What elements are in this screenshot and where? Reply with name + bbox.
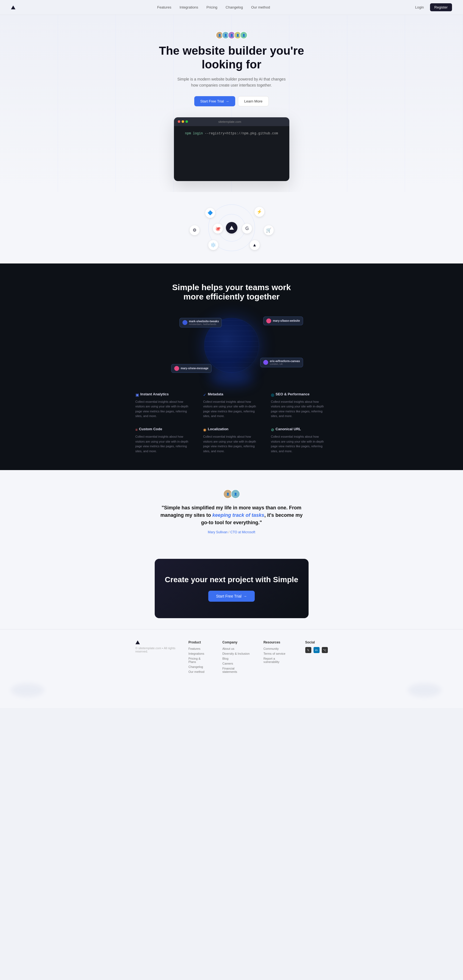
feature-localization-icon: ◉ Localization xyxy=(203,427,260,433)
bubble-loc-1: Amsterdam, Netherlands xyxy=(189,323,219,326)
footer-col-company: Company About us Diversity & Inclusion B… xyxy=(222,640,250,675)
int-icon-2: ⚡ xyxy=(255,207,264,217)
cta-box: Create your next project with Simple Sta… xyxy=(155,559,309,618)
dark-section: Simple helps your teams work more effici… xyxy=(0,264,463,470)
feature-code: ≡ Custom Code Collect essential insights… xyxy=(135,427,193,453)
register-button[interactable]: Register xyxy=(430,3,452,11)
footer-col-resources: Resources Community Terms of service Rep… xyxy=(264,640,291,675)
footer-link-diversity[interactable]: Diversity & Inclusion xyxy=(222,652,250,655)
footer-col-company-title: Company xyxy=(222,640,250,644)
cta-button[interactable]: Start Free Trial xyxy=(208,591,255,602)
nav-link-integrations[interactable]: Integrations xyxy=(180,5,198,10)
footer-link-method[interactable]: Our method xyxy=(188,670,209,673)
logo[interactable] xyxy=(11,5,15,10)
nav-link-features[interactable]: Features xyxy=(157,5,171,10)
linkedin-icon[interactable]: in xyxy=(313,647,320,653)
feature-seo: ◎ SEO & Performance Collect essential in… xyxy=(271,392,328,419)
footer-link-pricing[interactable]: Pricing & Plans xyxy=(188,657,209,663)
blob-right xyxy=(408,683,441,697)
integrations-section: 🔷 ⚡ ⚙ 🐙 G 🛒 ❄️ ▲ xyxy=(0,192,463,264)
bubble-name-2: mary-s/base-website xyxy=(273,319,300,322)
bubble-name-1: mark-s/website-tweaks xyxy=(189,320,219,323)
feature-canonical-title: Canonical URL xyxy=(275,427,301,431)
footer-copyright: © sitetemplate.com • All rights reserved… xyxy=(135,646,188,653)
user-bubble-4: eric-w/freeform-canvas London, UK xyxy=(260,358,303,368)
bubble-loc-4: London, UK xyxy=(270,363,300,365)
footer-cols: Product Features Integrations Pricing & … xyxy=(188,640,328,675)
terminal-url: sitetemplate.com xyxy=(218,120,241,123)
footer-link-features[interactable]: Features xyxy=(188,647,209,650)
footer-link-vulnerability[interactable]: Report a vulnerability xyxy=(264,657,291,663)
terminal-body: npm login --registry=https://npm.pkg.git… xyxy=(174,126,290,181)
feature-code-title: Custom Code xyxy=(139,427,162,431)
user-bubble-1: mark-s/website-tweaks Amsterdam, Netherl… xyxy=(180,318,222,328)
login-button[interactable]: Login xyxy=(412,3,427,11)
feature-localization-desc: Collect essential insights about how vis… xyxy=(203,434,260,453)
footer-col-social-title: Social xyxy=(305,640,328,644)
start-trial-button[interactable]: Start Free Trial xyxy=(194,96,235,106)
dark-heading: Simple helps your teams work more effici… xyxy=(163,283,300,301)
nav-link-method[interactable]: Our method xyxy=(251,5,270,10)
center-icon xyxy=(226,222,237,234)
footer-link-integrations[interactable]: Integrations xyxy=(188,652,209,655)
bubble-name-3: mary-s/new-message xyxy=(181,367,208,370)
feature-metadata: ✓ Metadata Collect essential insights ab… xyxy=(203,392,260,419)
feature-canonical-desc: Collect essential insights about how vis… xyxy=(271,434,328,453)
feature-analytics: ▣ Instant Analytics Collect essential in… xyxy=(135,392,193,419)
author-role: CTO at Microsoft xyxy=(230,530,255,534)
feature-seo-desc: Collect essential insights about how vis… xyxy=(271,399,328,419)
hero-buttons: Start Free Trial Learn More xyxy=(5,96,458,106)
footer-logo-icon xyxy=(135,640,140,644)
bubble-avatar-3 xyxy=(174,366,179,371)
footer-link-careers[interactable]: Careers xyxy=(222,662,250,665)
nav-link-pricing[interactable]: Pricing xyxy=(206,5,217,10)
features-grid: ▣ Instant Analytics Collect essential in… xyxy=(135,392,328,454)
footer-link-blog[interactable]: Blog xyxy=(222,657,250,660)
terminal-dots xyxy=(178,120,188,123)
testimonial-section: 👤 👤 "Simple has simplified my life in mo… xyxy=(0,470,463,553)
user-bubble-2: mary-s/base-website xyxy=(263,317,303,325)
footer-logo[interactable] xyxy=(135,640,188,644)
int-icon-3: ⚙ xyxy=(189,225,199,235)
logo-icon xyxy=(11,5,15,10)
footer-link-about[interactable]: About us xyxy=(222,647,250,650)
footer-brand: © sitetemplate.com • All rights reserved… xyxy=(135,640,188,675)
dot-yellow xyxy=(181,120,184,123)
footer-link-community[interactable]: Community xyxy=(264,647,291,650)
footer-col-product-title: Product xyxy=(188,640,209,644)
int-icon-vercel: ▲ xyxy=(250,240,260,250)
int-icon-1: 🔷 xyxy=(205,208,215,218)
footer-social-icons: 𝕏 in ⌥ xyxy=(305,647,328,653)
dot-red xyxy=(178,120,180,123)
feature-metadata-title: Metadata xyxy=(208,392,223,396)
quote-highlight: keeping track of tasks xyxy=(212,512,264,518)
footer: © sitetemplate.com • All rights reserved… xyxy=(0,629,463,708)
nav-link-changelog[interactable]: Changelog xyxy=(226,5,243,10)
github-icon[interactable]: ⌥ xyxy=(322,647,328,653)
navbar: Features Integrations Pricing Changelog … xyxy=(0,0,463,15)
footer-top: © sitetemplate.com • All rights reserved… xyxy=(135,640,328,675)
terminal: sitetemplate.com npm login --registry=ht… xyxy=(174,117,290,181)
integrations-grid: 🔷 ⚡ ⚙ 🐙 G 🛒 ❄️ ▲ xyxy=(185,203,278,253)
dot-green xyxy=(186,120,188,123)
testimonial-author: Mary Sullivan / CTO at Microsoft xyxy=(5,530,458,534)
bubble-avatar-2 xyxy=(266,318,271,323)
user-bubble-3: mary-s/new-message xyxy=(171,364,212,373)
twitter-icon[interactable]: 𝕏 xyxy=(305,647,311,653)
learn-more-button[interactable]: Learn More xyxy=(238,96,269,106)
bubble-avatar-1 xyxy=(183,320,188,325)
footer-link-financial[interactable]: Financial statements xyxy=(222,667,250,673)
footer-col-product: Product Features Integrations Pricing & … xyxy=(188,640,209,675)
cta-section: Create your next project with Simple Sta… xyxy=(0,553,463,629)
footer-link-changelog[interactable]: Changelog xyxy=(188,665,209,668)
feature-metadata-desc: Collect essential insights about how vis… xyxy=(203,399,260,419)
cta-heading: Create your next project with Simple xyxy=(163,575,300,584)
footer-link-terms[interactable]: Terms of service xyxy=(264,652,291,655)
feature-analytics-title: Instant Analytics xyxy=(140,392,169,396)
feature-localization-title: Localization xyxy=(208,427,228,431)
blob-left xyxy=(11,683,44,697)
hero-avatars: 👤 👤 👤 👤 👤 xyxy=(5,31,458,39)
int-icon-snowflake: ❄️ xyxy=(208,240,218,250)
feature-analytics-desc: Collect essential insights about how vis… xyxy=(135,399,193,419)
terminal-bar: sitetemplate.com xyxy=(174,117,290,126)
